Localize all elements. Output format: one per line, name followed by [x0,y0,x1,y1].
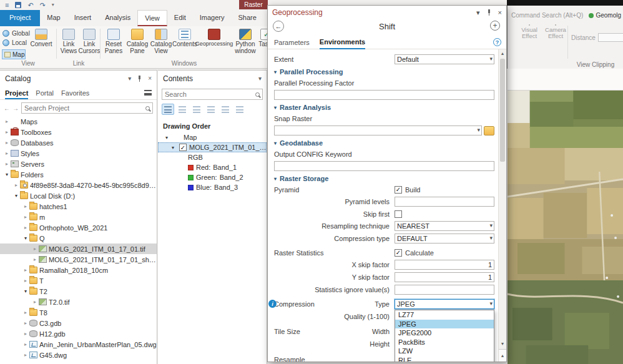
list-by-labeling-icon[interactable] [233,104,246,115]
catalog-tree-item[interactable]: ▸Orthophoto_WB_2021 [0,222,157,233]
x-skip-input[interactable]: 1 [395,260,494,270]
catalog-tree-item[interactable]: ▸4f89e85f-3da8-4270-be45-9bc995c8d956 [0,180,157,190]
expand-arrow-icon[interactable]: ▾ [169,145,177,150]
catalog-pane-button[interactable]: Catalog Pane [126,28,149,61]
expand-arrow-icon[interactable]: ▾ [22,288,29,294]
catalog-tree-item[interactable]: ▸hatches1 [0,201,157,212]
section-geodatabase[interactable]: Geodatabase [274,139,494,147]
expand-arrow-icon[interactable]: ▸ [22,352,29,358]
scrollbar-thumb[interactable] [500,59,505,162]
expand-arrow-icon[interactable]: ▸ [3,119,11,124]
expand-arrow-icon[interactable]: ▸ [22,310,29,315]
stats-ignore-input[interactable] [395,285,494,295]
contents-button[interactable]: Contents [174,28,196,61]
scroll-up-icon[interactable]: ▲ [499,49,506,57]
close-icon[interactable]: × [148,75,152,82]
geoprocessing-button[interactable]: Geoprocessing [196,28,232,61]
tab-edit[interactable]: Edit [167,10,193,26]
command-search[interactable]: Command Search (Alt+Q) [511,12,583,19]
local-scene-button[interactable]: Local [2,39,27,47]
compression-type-dropdown[interactable]: DEFAULT [395,234,494,243]
geoprocessing-title-bar[interactable]: Geoprocessing ▾ × [268,6,506,19]
tab-share[interactable]: Share [232,10,263,26]
expand-arrow-icon[interactable]: ▸ [3,161,11,167]
customize-qat-icon[interactable]: ▾ [52,2,54,7]
close-icon[interactable]: × [498,9,502,16]
catalog-tree-item[interactable]: ▸H12.gdb [0,328,157,339]
tab-map[interactable]: Map [40,10,67,26]
python-window-button[interactable]: Python window [233,28,257,61]
global-scene-button[interactable]: Global [2,29,30,37]
catalog-tree-item[interactable]: ▸Maps [0,116,157,127]
expand-arrow-icon[interactable]: ▾ [22,235,29,241]
section-parallel-processing[interactable]: Parallel Processing [274,68,494,76]
catalog-tree-item[interactable]: ▸T8 [0,307,157,318]
section-raster-storage[interactable]: Raster Storage [274,175,494,182]
link-cursors-button[interactable]: Link Cursors [79,28,100,61]
back-button[interactable]: ← [273,21,284,32]
catalog-tree-item[interactable]: ▸MOLG_2021_ITM_01_17_01_shift.tif [0,254,157,265]
tab-view[interactable]: View [137,10,167,26]
map-node[interactable]: ▾ Map [158,132,267,142]
layer-node[interactable]: ▾ MOLG_2021_ITM_01_17_01.tif [158,142,267,152]
dropdown-option[interactable]: RLE [395,356,494,363]
section-raster-analysis[interactable]: Raster Analysis [274,104,494,111]
layer-visibility-checkbox[interactable] [179,144,187,151]
expand-arrow-icon[interactable]: ▸ [22,342,29,347]
catalog-tree-item[interactable]: ▸C3.gdb [0,318,157,328]
expand-arrow-icon[interactable]: ▸ [22,204,29,209]
scroll-down-icon[interactable]: ▼ [499,340,506,348]
snap-raster-dropdown[interactable] [274,125,482,135]
add-to-project-button[interactable]: + [490,21,500,31]
account-signin[interactable]: Geomolg [589,12,621,19]
catalog-tree-item[interactable]: ▾Q [0,233,157,243]
catalog-tab-portal[interactable]: Portal [36,86,54,99]
catalog-tree-item[interactable]: ▾Local Disk (D:) [0,190,157,201]
list-by-selection-icon[interactable] [190,104,203,115]
pyramid-levels-input[interactable] [395,197,494,207]
catalog-tree-item[interactable]: ▸Toolboxes [0,127,157,137]
expand-arrow-icon[interactable]: ▸ [22,214,29,220]
expand-arrow-icon[interactable]: ▸ [22,278,29,283]
redo-icon[interactable]: ↷ [40,2,46,9]
help-icon[interactable]: ? [493,38,501,46]
dropdown-option[interactable]: JPEG [395,320,494,329]
catalog-tree-item[interactable]: ▸Ramallah_2018_10cm [0,265,157,275]
distance-input[interactable] [598,33,623,42]
catalog-search-input[interactable] [24,104,145,112]
catalog-view-button[interactable]: Catalog View [150,28,172,61]
expand-arrow-icon[interactable]: ▸ [3,129,11,135]
list-by-editing-icon[interactable] [205,104,217,115]
expand-arrow-icon[interactable]: ▸ [12,182,20,188]
expand-arrow-icon[interactable]: ▸ [31,246,39,252]
y-skip-input[interactable]: 1 [395,272,494,282]
expand-arrow-icon[interactable]: ▸ [31,299,39,305]
expand-arrow-icon[interactable]: ▸ [22,320,29,326]
calculate-checkbox[interactable] [395,249,402,257]
expand-arrow-icon[interactable]: ▸ [3,150,11,156]
expand-arrow-icon[interactable]: ▸ [31,257,39,262]
expand-arrow-icon[interactable]: ▸ [22,267,29,273]
dropdown-option[interactable]: LZW [395,347,494,356]
map-view-button[interactable]: Map [2,49,26,59]
catalog-tree-item[interactable]: ▸T2.0.tif [0,297,157,307]
tab-project[interactable]: Project [0,10,40,26]
catalog-tree-item[interactable]: ▾T2 [0,286,157,297]
tab-analysis[interactable]: Analysis [98,10,137,26]
build-checkbox[interactable] [395,186,402,194]
scrollbar[interactable]: ▲ ▼ ▲ [498,49,506,362]
expand-arrow-icon[interactable]: ▾ [12,193,20,199]
camera-effect-button[interactable]: Camera Effect [542,24,569,57]
list-by-drawing-order-icon[interactable] [162,104,174,115]
catalog-tree-item[interactable]: ▸Servers [0,159,157,169]
dropdown-option[interactable]: LZ77 [395,310,494,320]
menu-icon[interactable] [144,90,152,96]
dock-menu-icon[interactable]: ▾ [258,75,262,82]
catalog-tree-item[interactable]: ▸Anin_Jenin_UrbanMasterPlan_05.dwg [0,339,157,350]
expand-arrow-icon[interactable]: ▸ [3,140,11,145]
tab-insert[interactable]: Insert [67,10,99,26]
link-views-button[interactable]: Link Views [59,28,79,61]
catalog-tree-item[interactable]: ▸MOLG_2021_ITM_01_17_01.tif [0,243,157,254]
list-by-source-icon[interactable] [176,104,189,115]
list-by-snapping-icon[interactable] [219,104,232,115]
